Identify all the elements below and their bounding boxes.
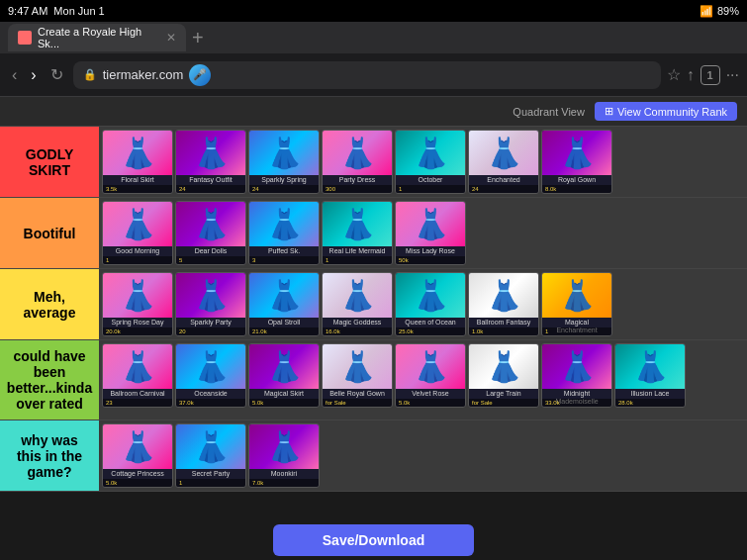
list-item[interactable]: 👗Royal Gown8.0k [541,130,612,194]
tiermaker-toolbar: Quadrant View ⊞ View Community Rank [0,97,747,127]
status-time: 9:47 AM [8,5,47,17]
back-button[interactable]: ‹ [8,62,21,88]
item-image: 👗 [103,273,172,318]
list-item[interactable]: 👗Ballroom Fantasy1.0k [468,272,539,336]
item-image: 👗 [396,344,465,389]
tier-row-godly: GODLY SKIRT👗Floral Skirt3.5k👗Fantasy Out… [0,127,747,198]
list-item[interactable]: 👗Large Trainfor Sale [468,343,539,408]
save-download-button[interactable]: Save/Download [273,524,474,556]
item-image: 👗 [542,273,611,318]
refresh-button[interactable]: ↻ [47,61,67,88]
list-item[interactable]: 👗Good Morning1 [102,201,173,265]
list-item[interactable]: 👗Party Dress300 [322,130,393,194]
list-item[interactable]: 👗Dear Dolls5 [175,201,246,265]
item-image: 👗 [249,344,319,389]
list-item[interactable]: 👗Ballroom Carnival23 [102,343,173,408]
list-item[interactable]: 👗Illusion Lace28.0k [614,343,686,408]
list-item[interactable]: 👗Miss Lady Rose50k [395,201,466,265]
list-item[interactable]: 👗October1 [395,130,466,194]
list-item[interactable]: 👗Floral Skirt3.5k [102,130,173,194]
mic-icon[interactable]: 🎤 [189,64,211,86]
tier-items-bootiful: 👗Good Morning1👗Dear Dolls5👗Puffed Sk.3👗R… [99,198,747,268]
item-image: 👗 [542,344,611,389]
tab-favicon [18,31,32,45]
item-price: 7.0k [252,480,263,486]
item-price: 23 [106,400,113,406]
item-footer: 16.0k [323,327,392,335]
forward-button[interactable]: › [27,62,40,88]
list-item[interactable]: 👗Puffed Sk.3 [248,201,320,265]
tier-row-meh: Meh, average👗Spring Rose Day20.0k👗Sparkl… [0,269,747,340]
community-rank-button[interactable]: ⊞ View Community Rank [595,102,737,121]
item-image: 👗 [176,131,245,175]
list-item[interactable]: 👗Sparkly Spring24 [248,130,320,194]
status-date: Mon Jun 1 [53,5,104,17]
list-item[interactable]: 👗Moonkiri7.0k [248,423,320,488]
item-image: 👗 [103,131,172,175]
item-footer: for Sale [323,399,392,407]
tier-list: GODLY SKIRT👗Floral Skirt3.5k👗Fantasy Out… [0,127,747,492]
list-item[interactable]: 👗Fantasy Outfit24 [175,130,246,194]
item-footer: 5.0k [249,399,319,407]
item-footer: 50k [396,256,465,264]
item-footer: 1 [103,256,172,264]
more-icon[interactable]: ··· [726,66,739,84]
item-footer: 1 [542,327,611,335]
list-item[interactable]: 👗Spring Rose Day20.0k [102,272,173,336]
item-price: 5.0k [252,400,263,406]
item-price: 5 [179,257,182,263]
item-footer: 24 [176,185,245,193]
item-price: 20.0k [106,328,121,334]
item-footer: 8.0k [542,185,611,193]
list-item[interactable]: 👗Magic Goddess16.0k [322,272,393,336]
tab-count[interactable]: 1 [700,65,720,85]
item-footer: 24 [469,185,538,193]
item-price: 50k [399,257,409,263]
tier-items-couldhave: 👗Ballroom Carnival23👗Oceanside37.0k👗Magi… [99,340,747,420]
list-item[interactable]: 👗Opal Stroll21.0k [248,272,320,336]
tab-close-button[interactable]: ✕ [166,31,176,45]
tier-label-couldhave: could have been better...kinda over rate… [0,340,99,420]
list-item[interactable]: 👗Midnight Mademoiselle33.0k [541,343,612,408]
grid-icon: ⊞ [605,105,613,118]
item-price: 16.0k [326,328,340,334]
list-item[interactable]: 👗Cottage Princess5.0k [102,423,173,488]
community-rank-label: View Community Rank [617,106,727,118]
address-text: tiermaker.com [103,67,184,82]
lock-icon: 🔒 [83,68,97,81]
tab-title: Create a Royale High Sk... [38,26,156,49]
tier-row-bootiful: Bootiful👗Good Morning1👗Dear Dolls5👗Puffe… [0,198,747,269]
bookmark-icon[interactable]: ☆ [667,65,681,84]
list-item[interactable]: 👗Oceanside37.0k [175,343,246,408]
list-item[interactable]: 👗Real Life Mermaid1 [322,201,393,265]
browser-tab[interactable]: Create a Royale High Sk... ✕ [8,24,186,51]
battery-text: 89% [717,5,739,17]
list-item[interactable]: 👗Enchanted24 [468,130,539,194]
list-item[interactable]: 👗Magical Skirt5.0k [248,343,320,408]
list-item[interactable]: 👗Belle Royal Gownfor Sale [322,343,393,408]
item-price: 33.0k [545,400,560,406]
item-image: 👗 [176,344,245,389]
item-footer: 1 [323,256,392,264]
list-item[interactable]: 👗Magical Enchantment1 [541,272,612,336]
item-price: for Sale [472,400,493,406]
tier-items-meh: 👗Spring Rose Day20.0k👗Sparkly Party20👗Op… [99,269,747,339]
tier-label-godly: GODLY SKIRT [0,127,99,197]
address-bar[interactable]: 🔒 tiermaker.com 🎤 [73,61,661,89]
list-item[interactable]: 👗Sparkly Party20 [175,272,246,336]
item-price: 300 [326,186,335,192]
item-footer: 5 [176,256,245,264]
item-image: 👗 [396,131,465,175]
tier-row-why: why was this in the game?👗Cottage Prince… [0,420,747,492]
list-item[interactable]: 👗Secret Party1 [175,423,246,488]
item-image: 👗 [323,344,392,389]
list-item[interactable]: 👗Velvet Rose5.0k [395,343,466,408]
item-image: 👗 [176,424,245,469]
item-footer: 5.0k [396,399,465,407]
item-footer: 1.0k [469,327,538,335]
share-icon[interactable]: ↑ [687,66,695,84]
new-tab-button[interactable]: + [192,27,204,49]
item-footer: 24 [249,185,319,193]
list-item[interactable]: 👗Queen of Ocean25.0k [395,272,466,336]
item-price: 24 [252,186,259,192]
